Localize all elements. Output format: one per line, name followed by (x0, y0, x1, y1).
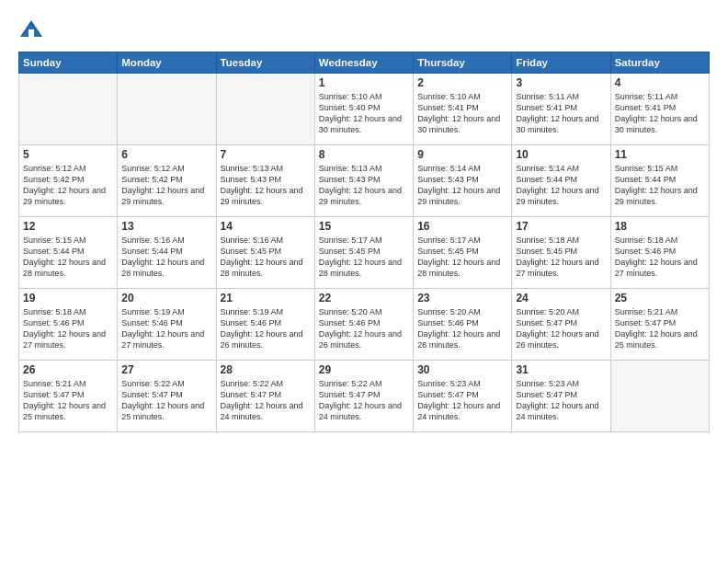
day-number: 9 (417, 148, 507, 161)
day-info: Sunrise: 5:23 AM Sunset: 5:47 PM Dayligh… (516, 378, 606, 423)
day-info: Sunrise: 5:21 AM Sunset: 5:47 PM Dayligh… (615, 306, 705, 351)
calendar-cell: 4Sunrise: 5:11 AM Sunset: 5:41 PM Daylig… (610, 74, 709, 145)
calendar-body: 1Sunrise: 5:10 AM Sunset: 5:40 PM Daylig… (19, 74, 710, 432)
day-info: Sunrise: 5:22 AM Sunset: 5:47 PM Dayligh… (221, 378, 311, 423)
day-number: 30 (417, 363, 507, 376)
day-number: 12 (23, 220, 113, 233)
calendar-cell: 17Sunrise: 5:18 AM Sunset: 5:45 PM Dayli… (512, 217, 610, 289)
day-number: 14 (221, 220, 311, 233)
calendar-cell: 23Sunrise: 5:20 AM Sunset: 5:46 PM Dayli… (414, 289, 512, 361)
calendar-cell: 2Sunrise: 5:10 AM Sunset: 5:41 PM Daylig… (414, 74, 512, 145)
page: SundayMondayTuesdayWednesdayThursdayFrid… (0, 0, 728, 563)
calendar-cell: 30Sunrise: 5:23 AM Sunset: 5:47 PM Dayli… (414, 361, 512, 432)
day-info: Sunrise: 5:16 AM Sunset: 5:45 PM Dayligh… (221, 235, 311, 280)
calendar-cell: 1Sunrise: 5:10 AM Sunset: 5:40 PM Daylig… (314, 74, 413, 145)
calendar-cell: 19Sunrise: 5:18 AM Sunset: 5:46 PM Dayli… (19, 289, 118, 361)
calendar-cell: 6Sunrise: 5:12 AM Sunset: 5:42 PM Daylig… (118, 145, 216, 217)
day-number: 25 (615, 292, 705, 304)
calendar-cell: 29Sunrise: 5:22 AM Sunset: 5:47 PM Dayli… (314, 361, 413, 432)
calendar-cell: 3Sunrise: 5:11 AM Sunset: 5:41 PM Daylig… (512, 74, 610, 145)
day-number: 17 (516, 220, 606, 233)
day-info: Sunrise: 5:19 AM Sunset: 5:46 PM Dayligh… (121, 306, 211, 351)
day-number: 13 (121, 220, 211, 233)
calendar-header: SundayMondayTuesdayWednesdayThursdayFrid… (19, 52, 710, 74)
day-number: 20 (121, 292, 211, 304)
day-info: Sunrise: 5:11 AM Sunset: 5:41 PM Dayligh… (516, 91, 606, 136)
day-info: Sunrise: 5:17 AM Sunset: 5:45 PM Dayligh… (417, 235, 507, 280)
calendar-cell: 24Sunrise: 5:20 AM Sunset: 5:47 PM Dayli… (512, 289, 610, 361)
day-info: Sunrise: 5:22 AM Sunset: 5:47 PM Dayligh… (319, 378, 409, 423)
calendar-cell: 21Sunrise: 5:19 AM Sunset: 5:46 PM Dayli… (216, 289, 314, 361)
weekday-header-row: SundayMondayTuesdayWednesdayThursdayFrid… (19, 52, 710, 74)
svg-rect-2 (28, 29, 34, 37)
day-number: 18 (615, 220, 705, 233)
week-row-0: 1Sunrise: 5:10 AM Sunset: 5:40 PM Daylig… (19, 74, 710, 145)
calendar-cell: 26Sunrise: 5:21 AM Sunset: 5:47 PM Dayli… (19, 361, 118, 432)
calendar-cell: 22Sunrise: 5:20 AM Sunset: 5:46 PM Dayli… (314, 289, 413, 361)
week-row-1: 5Sunrise: 5:12 AM Sunset: 5:42 PM Daylig… (19, 145, 710, 217)
calendar-cell: 11Sunrise: 5:15 AM Sunset: 5:44 PM Dayli… (610, 145, 709, 217)
day-number: 28 (221, 363, 311, 376)
day-info: Sunrise: 5:13 AM Sunset: 5:43 PM Dayligh… (221, 163, 311, 208)
day-info: Sunrise: 5:20 AM Sunset: 5:46 PM Dayligh… (417, 306, 507, 351)
weekday-header-wednesday: Wednesday (314, 52, 413, 74)
calendar-cell: 8Sunrise: 5:13 AM Sunset: 5:43 PM Daylig… (314, 145, 413, 217)
day-number: 21 (221, 292, 311, 304)
day-info: Sunrise: 5:19 AM Sunset: 5:46 PM Dayligh… (221, 306, 311, 351)
day-number: 16 (417, 220, 507, 233)
calendar-cell: 9Sunrise: 5:14 AM Sunset: 5:43 PM Daylig… (414, 145, 512, 217)
day-number: 26 (23, 363, 113, 376)
calendar-cell: 5Sunrise: 5:12 AM Sunset: 5:42 PM Daylig… (19, 145, 118, 217)
day-number: 3 (516, 76, 606, 89)
calendar-cell: 25Sunrise: 5:21 AM Sunset: 5:47 PM Dayli… (610, 289, 709, 361)
week-row-3: 19Sunrise: 5:18 AM Sunset: 5:46 PM Dayli… (19, 289, 710, 361)
day-info: Sunrise: 5:10 AM Sunset: 5:40 PM Dayligh… (319, 91, 409, 136)
day-info: Sunrise: 5:15 AM Sunset: 5:44 PM Dayligh… (615, 163, 705, 208)
calendar-cell: 13Sunrise: 5:16 AM Sunset: 5:44 PM Dayli… (118, 217, 216, 289)
day-info: Sunrise: 5:11 AM Sunset: 5:41 PM Dayligh… (615, 91, 705, 136)
day-number: 4 (615, 76, 705, 89)
weekday-header-saturday: Saturday (610, 52, 709, 74)
calendar-cell: 15Sunrise: 5:17 AM Sunset: 5:45 PM Dayli… (314, 217, 413, 289)
day-number: 10 (516, 148, 606, 161)
day-info: Sunrise: 5:12 AM Sunset: 5:42 PM Dayligh… (121, 163, 211, 208)
calendar-cell: 28Sunrise: 5:22 AM Sunset: 5:47 PM Dayli… (216, 361, 314, 432)
day-number: 8 (319, 148, 409, 161)
day-number: 15 (319, 220, 409, 233)
day-info: Sunrise: 5:18 AM Sunset: 5:46 PM Dayligh… (615, 235, 705, 280)
day-number: 5 (23, 148, 113, 161)
weekday-header-friday: Friday (512, 52, 610, 74)
day-info: Sunrise: 5:10 AM Sunset: 5:41 PM Dayligh… (417, 91, 507, 136)
day-number: 2 (417, 76, 507, 89)
day-number: 1 (319, 76, 409, 89)
day-info: Sunrise: 5:18 AM Sunset: 5:45 PM Dayligh… (516, 235, 606, 280)
week-row-4: 26Sunrise: 5:21 AM Sunset: 5:47 PM Dayli… (19, 361, 710, 432)
calendar-cell: 12Sunrise: 5:15 AM Sunset: 5:44 PM Dayli… (19, 217, 118, 289)
day-info: Sunrise: 5:16 AM Sunset: 5:44 PM Dayligh… (121, 235, 211, 280)
day-info: Sunrise: 5:20 AM Sunset: 5:47 PM Dayligh… (516, 306, 606, 351)
day-number: 6 (121, 148, 211, 161)
calendar-cell (19, 74, 118, 145)
day-number: 7 (221, 148, 311, 161)
day-info: Sunrise: 5:14 AM Sunset: 5:44 PM Dayligh… (516, 163, 606, 208)
calendar-cell: 16Sunrise: 5:17 AM Sunset: 5:45 PM Dayli… (414, 217, 512, 289)
day-number: 24 (516, 292, 606, 304)
header (18, 17, 710, 42)
calendar-cell: 20Sunrise: 5:19 AM Sunset: 5:46 PM Dayli… (118, 289, 216, 361)
day-number: 31 (516, 363, 606, 376)
calendar-cell: 27Sunrise: 5:22 AM Sunset: 5:47 PM Dayli… (118, 361, 216, 432)
weekday-header-monday: Monday (118, 52, 216, 74)
calendar-cell (610, 361, 709, 432)
day-number: 27 (121, 363, 211, 376)
day-info: Sunrise: 5:13 AM Sunset: 5:43 PM Dayligh… (319, 163, 409, 208)
weekday-header-sunday: Sunday (19, 52, 118, 74)
day-number: 19 (23, 292, 113, 304)
calendar-cell: 18Sunrise: 5:18 AM Sunset: 5:46 PM Dayli… (610, 217, 709, 289)
day-info: Sunrise: 5:12 AM Sunset: 5:42 PM Dayligh… (23, 163, 113, 208)
day-info: Sunrise: 5:20 AM Sunset: 5:46 PM Dayligh… (319, 306, 409, 351)
weekday-header-thursday: Thursday (414, 52, 512, 74)
calendar-cell: 10Sunrise: 5:14 AM Sunset: 5:44 PM Dayli… (512, 145, 610, 217)
day-number: 29 (319, 363, 409, 376)
calendar-cell: 14Sunrise: 5:16 AM Sunset: 5:45 PM Dayli… (216, 217, 314, 289)
calendar-cell (118, 74, 216, 145)
